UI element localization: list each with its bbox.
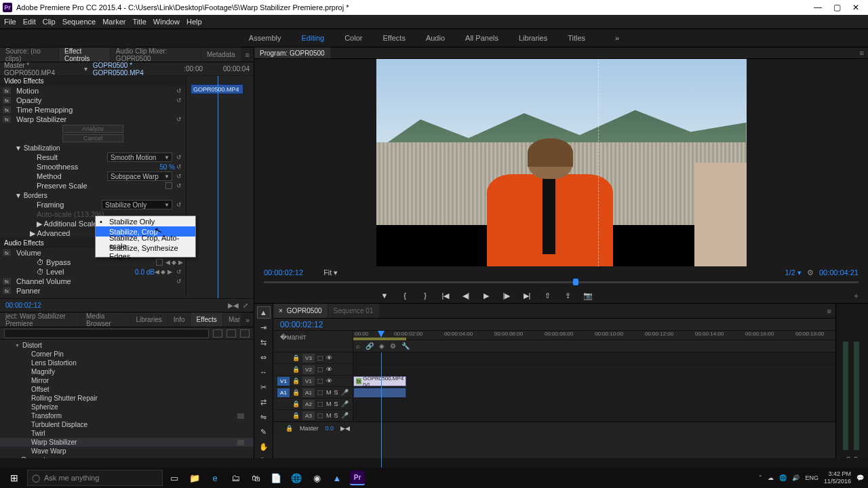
effect-item[interactable]: Offset — [0, 385, 254, 394]
mark-out-icon[interactable]: } — [420, 290, 431, 301]
fx-icon[interactable]: fx — [3, 249, 11, 256]
task-view-icon[interactable]: ▭ — [165, 469, 183, 487]
effect-item-warp-stabilizer[interactable]: Warp Stabilizer — [0, 438, 254, 447]
reset-icon[interactable]: ↺ — [175, 163, 183, 170]
track-toggle-icon[interactable]: ⬚ — [317, 389, 323, 396]
program-playhead[interactable] — [573, 279, 578, 285]
fx-icon[interactable]: fx — [3, 106, 11, 113]
stabilization-group[interactable]: ▼ Stabilization — [15, 144, 60, 152]
track-toggle-icon[interactable]: ⬚ — [317, 412, 323, 419]
reset-icon[interactable]: ↺ — [175, 278, 183, 285]
voiceover-icon[interactable]: 🎤 — [341, 412, 349, 419]
tab-info[interactable]: Info — [168, 312, 191, 327]
tab-markers[interactable]: Mar — [223, 312, 241, 327]
rolling-tool-icon[interactable]: ⇔ — [257, 351, 271, 363]
workspace-effects[interactable]: Effects — [382, 34, 405, 42]
add-marker-icon[interactable]: ▼ — [379, 290, 390, 301]
voiceover-icon[interactable]: 🎤 — [341, 401, 349, 407]
button-editor-icon[interactable]: ＋ — [852, 291, 860, 301]
tray-overflow-icon[interactable]: ˄ — [759, 474, 762, 481]
ec-mini-timeline[interactable]: GOPR0500.MP4 — [186, 76, 254, 298]
zoom-fit-dropdown[interactable]: Fit ▾ — [323, 268, 338, 277]
network-icon[interactable]: 🌐 — [779, 474, 787, 481]
mark-in-icon[interactable]: { — [399, 290, 410, 301]
export-frame-icon[interactable]: 📷 — [583, 290, 593, 301]
effect-item[interactable]: Turbulent Displace — [0, 420, 254, 429]
master-value[interactable]: 0.0 — [326, 425, 334, 432]
onedrive-icon[interactable]: ☁ — [768, 474, 774, 481]
premiere-taskbar-icon[interactable]: Pr — [349, 469, 366, 487]
effect-item[interactable]: Magnify — [0, 367, 254, 376]
reset-icon[interactable]: ↺ — [175, 154, 183, 161]
go-to-in-icon[interactable]: |◀ — [440, 290, 451, 301]
volume-icon[interactable]: 🔊 — [792, 474, 800, 481]
selection-tool-icon[interactable]: ▲ — [257, 306, 271, 319]
borders-group[interactable]: ▼ Borders — [15, 192, 47, 199]
fx-icon[interactable]: fx — [3, 287, 11, 294]
rate-stretch-tool-icon[interactable]: ↔ — [257, 366, 271, 378]
start-button[interactable]: ⊞ — [4, 469, 24, 487]
tab-project[interactable]: ject: Warp Stabilizer Premiere — [0, 312, 80, 327]
track-lock-icon[interactable]: 🔒 — [292, 401, 300, 407]
track-lock-icon[interactable]: 🔒 — [292, 389, 300, 396]
automation-icon[interactable]: ▶◀ — [340, 425, 350, 432]
method-dropdown[interactable]: Subspace Warp▼ — [107, 171, 172, 181]
warp-stabilizer-effect[interactable]: Warp Stabilizer — [14, 115, 172, 123]
track-select-tool-icon[interactable]: ⇥ — [257, 321, 271, 333]
timeline-playhead-handle[interactable] — [378, 331, 384, 338]
result-dropdown[interactable]: Smooth Motion▼ — [107, 152, 172, 162]
photos-icon[interactable]: ▲ — [328, 469, 346, 487]
program-monitor[interactable] — [376, 59, 747, 266]
reset-icon[interactable]: ↺ — [175, 116, 183, 123]
track-label-v1[interactable]: V1 — [302, 377, 315, 386]
audio-clip[interactable] — [353, 388, 406, 398]
tab-effects[interactable]: Effects — [191, 312, 222, 327]
reset-icon[interactable]: ↺ — [175, 87, 183, 94]
track-label-a1[interactable]: A1 — [302, 388, 315, 397]
analyze-button[interactable]: Analyze — [62, 125, 123, 133]
workspace-allpanels[interactable]: All Panels — [465, 34, 498, 42]
tab-source[interactable]: Source: (no clips) — [0, 47, 58, 62]
timeline-snap-icon[interactable]: ⌕ — [356, 342, 360, 350]
reset-icon[interactable]: ↺ — [175, 173, 183, 180]
ec-footer-icon[interactable]: ⤢ — [243, 302, 248, 309]
pen-tool-icon[interactable]: ✎ — [257, 426, 271, 438]
taskbar-app-icon[interactable]: 📄 — [267, 469, 285, 487]
fx-icon[interactable]: fx — [3, 278, 11, 285]
resolution-dropdown[interactable]: 1/2 ▾ — [785, 268, 802, 277]
video-clip[interactable]: fxGOPR0500.MP4 [V] — [353, 376, 406, 386]
razor-tool-icon[interactable]: ✂ — [257, 381, 271, 393]
effect-item[interactable]: Transform — [0, 411, 254, 420]
track-lock-icon[interactable]: 🔒 — [292, 354, 300, 361]
bypass-checkbox[interactable] — [156, 259, 163, 266]
ec-footer-icon[interactable]: ▶◀ — [228, 302, 239, 309]
timeline-wrench-icon[interactable]: 🔧 — [401, 342, 410, 350]
effect-item[interactable]: Spherize — [0, 403, 254, 411]
slip-tool-icon[interactable]: ⇄ — [257, 396, 271, 408]
in-out-range[interactable] — [353, 338, 406, 340]
tab-libraries[interactable]: Libraries — [130, 312, 167, 327]
menu-edit[interactable]: Edit — [23, 18, 36, 26]
channel-volume-effect[interactable]: Channel Volume — [14, 277, 172, 285]
cortana-search[interactable]: ◯Ask me anything — [27, 470, 163, 486]
fx-type-icon[interactable] — [226, 329, 236, 338]
action-center-icon[interactable]: 💬 — [856, 474, 864, 481]
go-to-out-icon[interactable]: ▶| — [521, 290, 532, 301]
reset-icon[interactable]: ↺ — [175, 201, 183, 208]
taskbar-app-icon[interactable]: 🗂 — [226, 469, 244, 487]
workspace-color[interactable]: Color — [344, 34, 362, 42]
workspace-audio[interactable]: Audio — [426, 34, 445, 42]
step-forward-icon[interactable]: |▶ — [501, 290, 512, 301]
slide-tool-icon[interactable]: ⇋ — [257, 411, 271, 423]
store-icon[interactable]: 🛍 — [247, 469, 264, 487]
workspace-editing[interactable]: Editing — [302, 34, 325, 42]
panner-effect[interactable]: Panner — [14, 287, 183, 295]
workspace-assembly[interactable]: Assembly — [249, 34, 281, 42]
track-toggle-icon[interactable]: ⬚ — [317, 366, 323, 373]
tab-media-browser[interactable]: Media Browser — [81, 312, 130, 327]
track-label-a3[interactable]: A3 — [302, 411, 315, 420]
menu-marker[interactable]: Marker — [102, 18, 125, 26]
effect-item[interactable]: Wave Warp — [0, 447, 254, 455]
track-toggle-icon[interactable]: ⬚ — [317, 378, 323, 384]
effect-item[interactable]: Mirror — [0, 376, 254, 385]
